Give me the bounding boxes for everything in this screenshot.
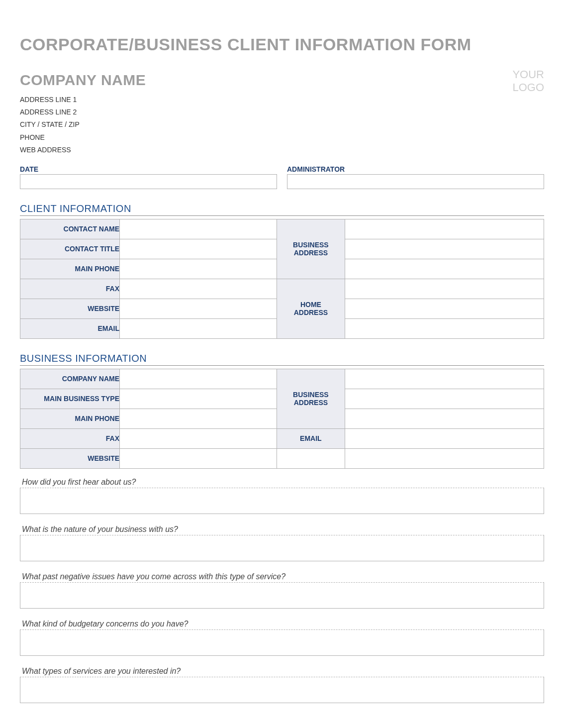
client-info-table: CONTACT NAME BUSINESSADDRESS CONTACT TIT… <box>20 219 544 339</box>
question-1-text: How did you first hear about us? <box>20 478 544 488</box>
section-client-header: CLIENT INFORMATION <box>20 203 544 216</box>
company-web: WEB ADDRESS <box>20 144 146 156</box>
answer-1-input[interactable] <box>20 488 544 514</box>
company-header-row: COMPANY NAME ADDRESS LINE 1 ADDRESS LINE… <box>20 59 544 156</box>
input-biz-main-type[interactable] <box>120 389 277 409</box>
label-biz-company-name: COMPANY NAME <box>20 369 120 389</box>
admin-label: ADMINISTRATOR <box>287 165 544 174</box>
page: CORPORATE/BUSINESS CLIENT INFORMATION FO… <box>0 0 564 728</box>
input-business-address-2[interactable] <box>345 239 544 259</box>
business-info-table: COMPANY NAME BUSINESSADDRESS MAIN BUSINE… <box>20 369 544 469</box>
input-contact-name[interactable] <box>120 219 277 239</box>
label-biz-business-address: BUSINESSADDRESS <box>277 369 345 428</box>
question-3-text: What past negative issues have you come … <box>20 572 544 583</box>
input-email[interactable] <box>120 319 277 338</box>
question-2: What is the nature of your business with… <box>20 525 544 563</box>
answer-3-input[interactable] <box>20 583 544 609</box>
label-main-phone: MAIN PHONE <box>20 259 120 279</box>
company-csz: CITY / STATE / ZIP <box>20 118 146 131</box>
label-website: WEBSITE <box>20 299 120 318</box>
meta-table: DATE ADMINISTRATOR <box>20 165 544 189</box>
label-biz-main-phone: MAIN PHONE <box>20 409 120 428</box>
label-biz-fax: FAX <box>20 428 120 448</box>
label-fax: FAX <box>20 279 120 299</box>
input-business-address-1[interactable] <box>345 219 544 239</box>
input-home-address-2[interactable] <box>345 299 544 318</box>
logo-placeholder: YOURLOGO <box>512 68 544 95</box>
label-email: EMAIL <box>20 318 120 338</box>
question-3: What past negative issues have you come … <box>20 572 544 611</box>
input-biz-email[interactable] <box>345 429 544 448</box>
label-contact-title: CONTACT TITLE <box>20 239 120 259</box>
admin-input[interactable] <box>287 174 544 189</box>
answer-2-input[interactable] <box>20 535 544 561</box>
question-4: What kind of budgetary concerns do you h… <box>20 620 544 658</box>
label-biz-email: EMAIL <box>277 428 345 448</box>
input-biz-business-address-1[interactable] <box>345 369 544 389</box>
question-2-text: What is the nature of your business with… <box>20 525 544 535</box>
date-input[interactable] <box>20 174 277 189</box>
input-biz-website[interactable] <box>120 449 277 468</box>
company-details: ADDRESS LINE 1 ADDRESS LINE 2 CITY / STA… <box>20 94 146 156</box>
question-1: How did you first hear about us? <box>20 478 544 516</box>
input-business-address-3[interactable] <box>345 259 544 279</box>
company-phone: PHONE <box>20 131 146 144</box>
input-biz-company-name[interactable] <box>120 369 277 389</box>
label-biz-main-type: MAIN BUSINESS TYPE <box>20 389 120 409</box>
input-website[interactable] <box>120 299 277 318</box>
input-home-address-3[interactable] <box>345 319 544 338</box>
input-biz-main-phone[interactable] <box>120 409 277 428</box>
form-title: CORPORATE/BUSINESS CLIENT INFORMATION FO… <box>20 35 544 54</box>
section-business-header: BUSINESS INFORMATION <box>20 353 544 366</box>
question-4-text: What kind of budgetary concerns do you h… <box>20 620 544 630</box>
input-contact-title[interactable] <box>120 239 277 259</box>
question-5-text: What types of services are you intereste… <box>20 667 544 677</box>
label-biz-website: WEBSITE <box>20 448 120 468</box>
company-name-placeholder: COMPANY NAME <box>20 72 146 89</box>
input-biz-business-address-3[interactable] <box>345 409 544 428</box>
input-home-address-1[interactable] <box>345 279 544 299</box>
answer-4-input[interactable] <box>20 630 544 656</box>
company-address2: ADDRESS LINE 2 <box>20 106 146 118</box>
company-address1: ADDRESS LINE 1 <box>20 94 146 106</box>
input-biz-business-address-2[interactable] <box>345 389 544 409</box>
label-contact-name: CONTACT NAME <box>20 219 120 239</box>
input-biz-fax[interactable] <box>120 429 277 448</box>
date-label: DATE <box>20 165 277 174</box>
question-5: What types of services are you intereste… <box>20 667 544 705</box>
answer-5-input[interactable] <box>20 677 544 703</box>
input-main-phone[interactable] <box>120 259 277 279</box>
label-business-address: BUSINESSADDRESS <box>277 219 345 279</box>
input-fax[interactable] <box>120 279 277 299</box>
label-home-address: HOMEADDRESS <box>277 279 345 338</box>
